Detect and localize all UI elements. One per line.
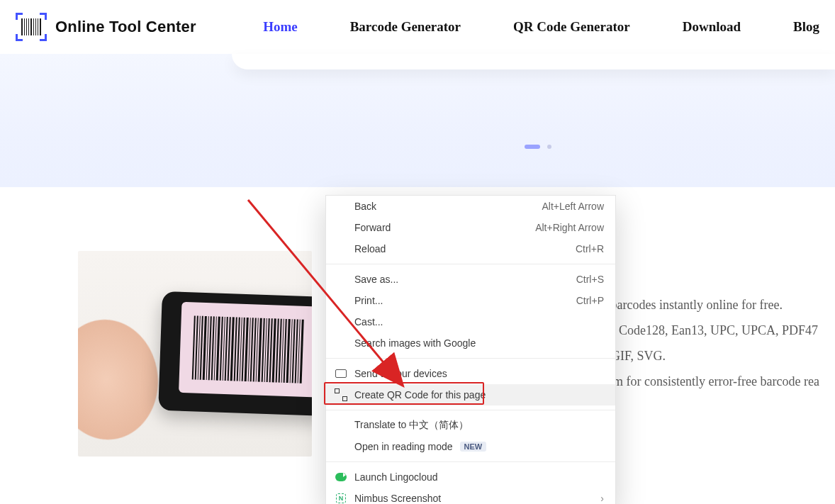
ctx-back[interactable]: BackAlt+Left Arrow [326,196,615,217]
ctx-create-qr-code[interactable]: Create QR Code for this page [326,384,615,405]
ctx-save-as[interactable]: Save as...Ctrl+S [326,269,615,290]
carousel-dot-active[interactable] [525,145,540,149]
separator [326,461,615,462]
copy-line: rithm for consistently error-free barcod… [595,369,835,394]
copy-line: n as Code128, Ean13, UPC, UPCA, PDF47 [595,318,835,343]
brand-name: Online Tool Center [55,18,196,36]
ctx-cast[interactable]: Cast... [326,311,615,332]
ctx-translate[interactable]: Translate to 中文（简体） [326,415,615,436]
hero-strip [0,54,835,187]
new-badge: NEW [460,442,487,452]
carousel-dots[interactable] [525,145,551,149]
lingocloud-icon [335,471,347,483]
copy-line: an barcodes instantly online for free. [595,292,835,318]
barcode-logo-icon [16,13,47,41]
main-nav: Home Barcode Generator QR Code Generator… [263,19,819,35]
carousel-dot[interactable] [547,145,551,149]
copy-line: G, GIF, SVG. [595,343,835,369]
chevron-right-icon: › [600,493,604,504]
browser-context-menu: BackAlt+Left Arrow ForwardAlt+Right Arro… [325,195,616,504]
separator [326,264,615,264]
ctx-nimbus-screenshot[interactable]: Nimbus Screenshot › [326,488,615,504]
nav-qr-code-generator[interactable]: QR Code Generator [513,19,630,35]
feature-image-phone-barcode [78,251,312,457]
carousel-card-edge [232,54,835,69]
ctx-send-to-devices[interactable]: Send to your devices [326,363,615,384]
ctx-forward[interactable]: ForwardAlt+Right Arrow [326,217,615,238]
ctx-print[interactable]: Print...Ctrl+P [326,290,615,311]
nav-home[interactable]: Home [263,19,298,35]
ctx-launch-lingocloud[interactable]: Launch Lingocloud [326,466,615,488]
barcode-graphic-icon [192,316,312,385]
qr-icon [335,388,347,401]
site-header: Online Tool Center Home Barcode Generato… [0,0,835,54]
ctx-open-reading-mode[interactable]: Open in reading mode NEW [326,436,615,457]
ctx-search-images-google[interactable]: Search images with Google [326,332,615,354]
ctx-reload[interactable]: ReloadCtrl+R [326,238,615,259]
devices-icon [335,367,347,380]
nav-download[interactable]: Download [683,19,741,35]
nav-blog[interactable]: Blog [793,19,819,35]
feature-copy: an barcodes instantly online for free. n… [595,292,835,394]
nav-barcode-generator[interactable]: Barcode Generator [350,19,461,35]
nimbus-icon [335,492,347,504]
separator [326,358,615,359]
separator [326,410,615,410]
brand[interactable]: Online Tool Center [16,13,196,41]
